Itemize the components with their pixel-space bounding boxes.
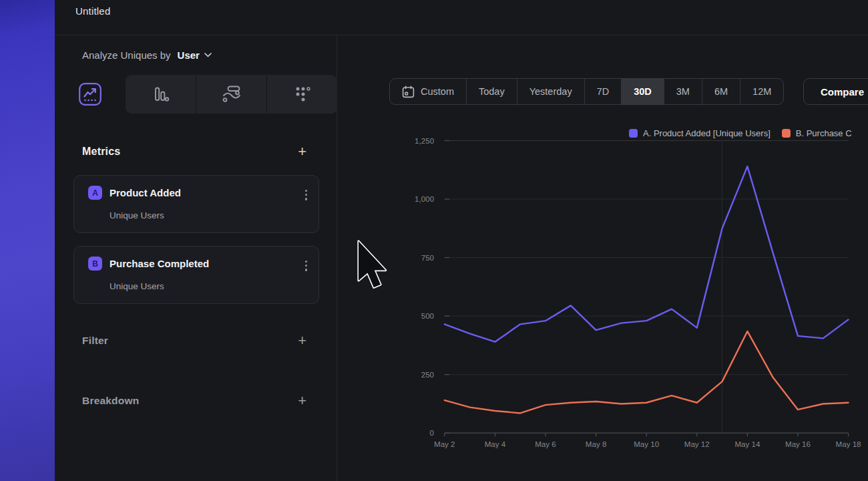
chart-panel: CustomTodayYesterday7D30D3M6M12M Compare…: [337, 35, 868, 481]
metric-card-a[interactable]: A Product Added Unique Users: [73, 175, 319, 233]
metric-name: Product Added: [110, 187, 181, 198]
tab-chart-type-flow[interactable]: [196, 75, 266, 114]
line-chart-icon: [78, 82, 102, 106]
series-line[interactable]: [445, 331, 849, 414]
metric-measure[interactable]: Unique Users: [110, 210, 164, 220]
x-axis-label: May 6: [535, 440, 556, 448]
y-axis-label: 500: [421, 312, 434, 320]
filter-title: Filter: [82, 335, 108, 347]
tab-chart-type-bar[interactable]: [126, 75, 196, 114]
metric-badge-b: B: [88, 257, 102, 271]
x-axis-label: May 12: [684, 440, 710, 448]
filter-section-header: Filter +: [82, 333, 306, 348]
metric-badge-a: A: [88, 186, 102, 200]
analyze-by-label: Analyze Uniques by: [82, 49, 171, 61]
analyze-by-value: User: [178, 49, 200, 61]
kebab-menu-icon[interactable]: [304, 188, 308, 202]
document-title[interactable]: Untitled: [75, 5, 110, 17]
chevron-down-icon: [204, 53, 212, 57]
y-axis-label: 1,250: [415, 137, 434, 145]
add-breakdown-button[interactable]: +: [298, 393, 306, 408]
analyze-by-row: Analyze Uniques by User: [82, 41, 212, 68]
metrics-title: Metrics: [82, 146, 120, 158]
app-window: Untitled Analyze Uniques by User: [55, 0, 868, 481]
chart-svg[interactable]: 02505007501,0001,250May 2May 4May 6May 8…: [337, 35, 868, 481]
x-axis-label: May 4: [485, 440, 506, 448]
series-line[interactable]: [445, 166, 849, 342]
add-filter-button[interactable]: +: [298, 333, 306, 348]
x-axis-label: May 16: [785, 440, 811, 448]
metric-name: Purchase Completed: [110, 258, 209, 269]
x-axis-label: May 14: [734, 440, 760, 448]
y-axis-label: 750: [421, 254, 434, 262]
metric-card-b[interactable]: B Purchase Completed Unique Users: [73, 246, 319, 304]
page: { "window": { "title": "Untitled" }, "si…: [0, 0, 868, 481]
dot-grid-icon: [294, 86, 311, 103]
chart-type-tabstrip: [126, 75, 337, 114]
bar-chart-icon: [152, 86, 170, 103]
y-axis-label: 0: [430, 429, 434, 437]
query-sidebar: Analyze Uniques by User: [55, 35, 337, 481]
analyze-by-select[interactable]: User: [178, 49, 212, 61]
y-axis-label: 1,000: [415, 195, 434, 203]
metric-measure[interactable]: Unique Users: [110, 281, 164, 291]
background-gradient-strip: [0, 0, 55, 481]
add-metric-button[interactable]: +: [298, 144, 306, 159]
x-axis-label: May 10: [634, 440, 659, 448]
tab-chart-type-grid[interactable]: [266, 75, 337, 114]
flow-chart-icon: [222, 86, 241, 103]
x-axis-label: May 8: [586, 440, 606, 448]
tab-chart-type-line[interactable]: [55, 75, 126, 114]
kebab-menu-icon[interactable]: [304, 259, 308, 273]
x-axis-label: May 2: [434, 440, 455, 448]
metrics-section-header: Metrics +: [82, 144, 306, 159]
breakdown-section-header: Breakdown +: [82, 393, 306, 408]
x-axis-label: May 18: [836, 440, 861, 448]
breakdown-title: Breakdown: [82, 395, 139, 407]
title-bar: Untitled: [55, 0, 868, 35]
y-axis-label: 250: [421, 371, 434, 379]
